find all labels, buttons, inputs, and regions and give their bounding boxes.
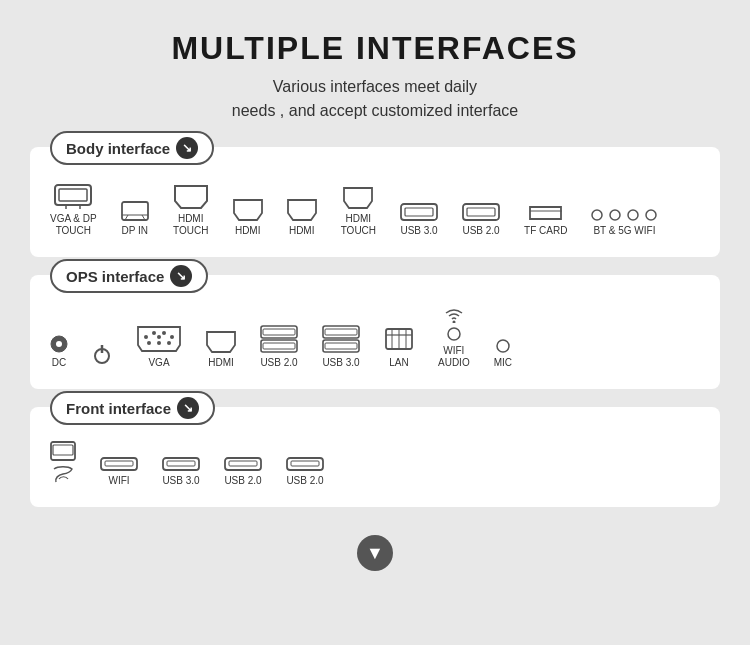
hdmi-touch-2-item: HDMITOUCH (341, 187, 376, 237)
page-title: MULTIPLE INTERFACES (171, 30, 578, 67)
svg-rect-51 (225, 458, 261, 470)
svg-rect-48 (105, 461, 133, 466)
usb30-ops-label: USB 3.0 (322, 357, 359, 369)
svg-rect-0 (55, 185, 91, 205)
svg-rect-29 (261, 326, 297, 338)
svg-point-27 (157, 341, 161, 345)
svg-rect-50 (167, 461, 195, 466)
hdmi-ops-item: HDMI (206, 331, 236, 369)
svg-rect-1 (59, 189, 87, 201)
vga-dp-touch-icon (54, 181, 92, 209)
svg-point-18 (56, 341, 62, 347)
mic-icon (496, 339, 510, 353)
svg-point-14 (610, 210, 620, 220)
svg-rect-52 (229, 461, 257, 466)
lan-icon (384, 327, 414, 353)
usb20-ops-item: USB 2.0 (260, 325, 298, 369)
hdmi-touch-1-icon (173, 185, 209, 209)
bt-wifi-item: BT & 5G WIFI (591, 209, 657, 237)
body-interface-label: Body interface ↘ (50, 131, 214, 165)
front-usb20-1-icon (224, 457, 262, 471)
dp-in-item: DP IN (121, 201, 149, 237)
mic-label: MIC (494, 357, 512, 369)
front-usb20-2-item: USB 2.0 (286, 457, 324, 487)
svg-rect-46 (53, 445, 73, 455)
svg-point-26 (147, 341, 151, 345)
usb30-ops-item: USB 3.0 (322, 325, 360, 369)
svg-rect-47 (101, 458, 137, 470)
front-usb20-2-icon (286, 457, 324, 471)
bottom-down-arrow-icon[interactable]: ▼ (357, 535, 393, 571)
power-icon (92, 343, 112, 365)
front-interface-label: Front interface ↘ (50, 391, 215, 425)
usb20-1-icon (462, 203, 500, 221)
front-touch-icon (50, 441, 76, 483)
dp-in-icon (121, 201, 149, 221)
hdmi-2-item: HDMI (287, 199, 317, 237)
front-arrow-icon: ↘ (177, 397, 199, 419)
usb30-1-icon (400, 203, 438, 221)
body-icons-row: VGA & DPTOUCH DP IN HDMITOUCH (50, 163, 700, 237)
svg-point-22 (152, 331, 156, 335)
ops-arrow-icon: ↘ (170, 265, 192, 287)
bottom-arrow-container: ▼ (357, 535, 393, 571)
front-icons-row: WIFI USB 3.0 USB 2.0 (50, 423, 700, 487)
ops-interface-card: OPS interface ↘ DC (30, 275, 720, 389)
front-usb20-1-label: USB 2.0 (224, 475, 261, 487)
dp-in-label: DP IN (121, 225, 148, 237)
subtitle: Various interfaces meet daily needs , an… (232, 75, 518, 123)
hdmi-1-icon (233, 199, 263, 221)
front-usb30-item: USB 3.0 (162, 457, 200, 487)
lan-label: LAN (389, 357, 408, 369)
power-item (92, 343, 112, 369)
svg-point-42 (452, 321, 455, 324)
front-usb30-icon (162, 457, 200, 471)
bt-wifi-label: BT & 5G WIFI (593, 225, 655, 237)
usb30-1-label: USB 3.0 (400, 225, 437, 237)
ops-interface-label: OPS interface ↘ (50, 259, 208, 293)
svg-rect-54 (291, 461, 319, 466)
vga-dp-touch-item: VGA & DPTOUCH (50, 181, 97, 237)
svg-rect-30 (263, 329, 295, 335)
front-wifi-label: WIFI (108, 475, 129, 487)
svg-point-25 (170, 335, 174, 339)
svg-point-24 (162, 331, 166, 335)
hdmi-touch-2-icon (343, 187, 373, 209)
mic-item: MIC (494, 339, 512, 369)
svg-point-44 (497, 340, 509, 352)
tf-card-item: TF CARD (524, 205, 567, 237)
wifi-audio-item: WIFIAUDIO (438, 309, 470, 369)
hdmi-touch-2-label: HDMITOUCH (341, 213, 376, 237)
hdmi-2-icon (287, 199, 317, 221)
tf-card-icon (529, 205, 563, 221)
front-usb20-2-label: USB 2.0 (286, 475, 323, 487)
tf-card-label: TF CARD (524, 225, 567, 237)
svg-rect-36 (325, 343, 357, 349)
svg-rect-31 (261, 340, 297, 352)
svg-point-23 (157, 335, 161, 339)
dc-label: DC (52, 357, 66, 369)
front-wifi-item: WIFI (100, 457, 138, 487)
hdmi-touch-1-label: HDMITOUCH (173, 213, 208, 237)
hdmi-ops-icon (206, 331, 236, 353)
wifi-audio-label: WIFIAUDIO (438, 345, 470, 369)
usb30-1-item: USB 3.0 (400, 203, 438, 237)
svg-rect-32 (263, 343, 295, 349)
svg-rect-4 (122, 202, 148, 220)
body-arrow-icon: ↘ (176, 137, 198, 159)
svg-point-15 (628, 210, 638, 220)
vga-item: VGA (136, 325, 182, 369)
svg-rect-9 (405, 208, 433, 216)
usb20-1-label: USB 2.0 (462, 225, 499, 237)
hdmi-1-item: HDMI (233, 199, 263, 237)
front-wifi-icon (100, 457, 138, 471)
wifi-audio-icon (445, 309, 463, 341)
usb20-1-item: USB 2.0 (462, 203, 500, 237)
svg-rect-11 (467, 208, 495, 216)
hdmi-ops-label: HDMI (208, 357, 234, 369)
lan-item: LAN (384, 327, 414, 369)
svg-rect-35 (323, 340, 359, 352)
svg-point-43 (448, 328, 460, 340)
front-touch-item (50, 441, 76, 487)
front-usb20-1-item: USB 2.0 (224, 457, 262, 487)
